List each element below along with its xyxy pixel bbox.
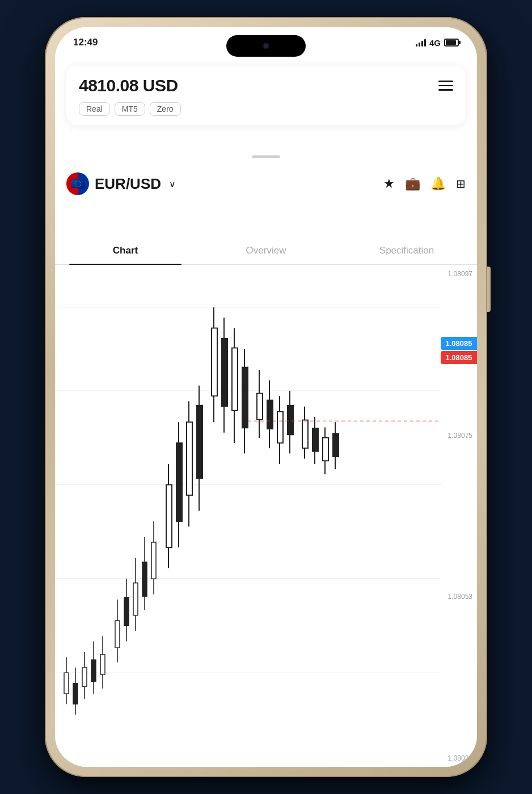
drag-handle[interactable] [252, 155, 280, 158]
svg-rect-28 [176, 443, 182, 521]
svg-rect-40 [242, 368, 248, 428]
status-time: 12:49 [73, 37, 98, 48]
tab-overview[interactable]: Overview [196, 237, 336, 264]
svg-rect-48 [288, 406, 293, 435]
svg-rect-8 [73, 683, 78, 704]
ask-price-badge: 1.08085 [441, 337, 477, 350]
status-bar: 12:49 4G [55, 27, 477, 58]
svg-rect-12 [91, 660, 96, 682]
battery-fill [446, 40, 456, 45]
side-button[interactable] [487, 267, 491, 312]
svg-rect-36 [222, 339, 227, 407]
phone-screen: 12:49 4G [55, 27, 477, 767]
price-level-4: 1.08030 [435, 754, 475, 762]
signal-bar-3 [421, 41, 423, 47]
currency-name: EUR/USD [95, 175, 161, 193]
balance-amount: 4810.08 USD [79, 76, 178, 95]
svg-rect-42 [257, 394, 263, 420]
chart-area[interactable]: 1.08097 1.08075 1.08053 1.08030 1.08085 … [55, 265, 477, 767]
price-level-1: 1.08097 [435, 270, 475, 278]
svg-rect-14 [100, 654, 105, 674]
tab-specification[interactable]: Specification [336, 237, 477, 264]
svg-rect-24 [151, 542, 156, 578]
svg-rect-30 [187, 422, 192, 495]
svg-rect-18 [124, 598, 129, 626]
hamburger-line-1 [438, 81, 453, 82]
signal-bar-1 [416, 44, 417, 47]
tabs-container: Chart Overview Specification [55, 237, 477, 265]
dynamic-island [226, 35, 306, 57]
currency-flag: 🇪🇺 [66, 172, 89, 195]
svg-rect-54 [323, 438, 328, 461]
battery-icon [444, 39, 459, 47]
signal-bar-2 [419, 43, 420, 47]
tag-mt5[interactable]: MT5 [115, 102, 145, 116]
network-label: 4G [429, 38, 441, 48]
svg-rect-26 [166, 485, 172, 548]
svg-rect-32 [197, 406, 202, 479]
price-level-3: 1.08053 [435, 593, 475, 601]
currency-header: 🇪🇺 EUR/USD ∨ ★ 💼 🔔 ⊞ [66, 168, 466, 204]
price-badges: 1.08085 1.08085 [441, 337, 477, 364]
currency-left: 🇪🇺 EUR/USD ∨ [66, 172, 176, 195]
svg-rect-46 [277, 412, 283, 443]
currency-actions: ★ 💼 🔔 ⊞ [383, 176, 466, 191]
camera-dot [263, 43, 269, 49]
svg-rect-10 [82, 668, 87, 686]
tab-chart-underline [69, 264, 181, 265]
bell-icon[interactable]: 🔔 [430, 176, 446, 191]
svg-rect-20 [133, 583, 138, 615]
svg-rect-44 [267, 400, 273, 429]
menu-button[interactable] [438, 81, 453, 91]
svg-rect-16 [115, 620, 120, 648]
tag-real[interactable]: Real [79, 102, 110, 116]
chevron-down-icon[interactable]: ∨ [169, 179, 176, 189]
account-card: 4810.08 USD Real MT5 Zero [66, 66, 466, 125]
svg-rect-50 [302, 420, 308, 449]
tag-zero[interactable]: Zero [150, 102, 181, 116]
svg-rect-6 [64, 673, 69, 694]
svg-rect-56 [333, 434, 339, 457]
briefcase-icon[interactable]: 💼 [405, 176, 420, 191]
account-tags: Real MT5 Zero [79, 102, 453, 116]
tab-chart-label: Chart [113, 245, 138, 256]
tab-specification-label: Specification [379, 245, 434, 256]
tab-chart[interactable]: Chart [55, 237, 196, 264]
star-icon[interactable]: ★ [383, 176, 395, 191]
status-icons: 4G [416, 38, 459, 48]
phone-frame: 12:49 4G [45, 17, 487, 777]
calculator-icon[interactable]: ⊞ [456, 177, 466, 191]
hamburger-line-2 [438, 85, 453, 87]
hamburger-line-3 [438, 89, 453, 91]
bid-price-badge: 1.08085 [441, 351, 477, 364]
svg-rect-34 [212, 328, 217, 396]
signal-bar-4 [424, 39, 426, 47]
card-top-row: 4810.08 USD [79, 76, 453, 95]
svg-rect-38 [232, 348, 238, 411]
phone-wrapper: 12:49 4G [45, 17, 487, 777]
signal-bars [416, 39, 426, 47]
currency-section: 🇪🇺 EUR/USD ∨ ★ 💼 🔔 ⊞ [66, 168, 466, 204]
svg-rect-52 [313, 428, 318, 451]
svg-rect-22 [142, 562, 147, 597]
tab-overview-label: Overview [246, 245, 286, 256]
price-level-2: 1.08075 [435, 432, 475, 440]
chart-svg [55, 265, 477, 767]
